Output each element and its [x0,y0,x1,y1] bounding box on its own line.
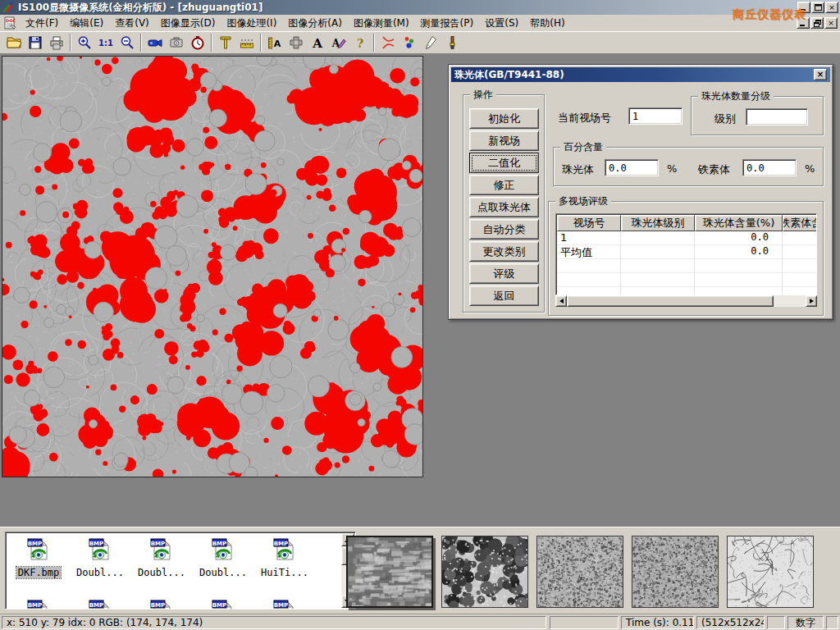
micrograph-image[interactable] [2,57,422,477]
thumbnail-1[interactable] [346,536,433,608]
menu-item-6[interactable]: 图像分析(A) [282,15,348,32]
mdi-minimize-button[interactable] [797,17,810,29]
table-header-3[interactable]: 珠光体含量(%) [695,215,783,231]
help-icon: ? [352,34,368,51]
thumbnail-5[interactable] [727,536,814,608]
video-camera-button[interactable] [144,33,166,52]
table-cell [783,245,817,259]
mdi-restore-button[interactable] [810,17,824,29]
bmp-file-icon: BMP [148,555,175,567]
merge-button[interactable] [285,33,307,52]
help-button[interactable]: ? [349,33,371,52]
op-button-9[interactable]: 返回 [469,285,539,306]
op-button-2[interactable]: 新视场 [469,130,539,151]
pearlite-input[interactable] [605,159,659,176]
table-row-5[interactable] [557,287,817,295]
thumbnail-2[interactable] [441,536,528,608]
svg-text:BMP: BMP [274,602,288,609]
thumbnail-4[interactable] [632,536,719,608]
toolbar-separator [260,34,262,52]
dialog-close-button[interactable]: × [814,69,827,80]
op-button-7[interactable]: 更改类别 [469,241,539,262]
table-cell [621,231,695,245]
op-button-5[interactable]: 点取珠光体 [469,197,539,217]
menu-item-3[interactable]: 查看(V) [109,15,155,32]
menu-item-2[interactable]: 编辑(E) [64,15,109,32]
text-button[interactable]: A [307,33,328,52]
op-button-4[interactable]: 修正 [469,175,539,195]
file-item-4[interactable]: BMP Doubl... [194,536,253,578]
brush-button[interactable] [441,33,463,52]
table-header-4[interactable]: 铁素体含量(%) [783,215,817,231]
pen-button[interactable] [420,33,441,52]
maximize-button[interactable] [811,2,824,13]
bmp-file-icon: BMP [25,555,52,567]
table-cell [783,259,817,273]
menu-item-4[interactable]: 图像显示(D) [155,15,221,32]
ruler-button[interactable] [236,33,258,52]
rating-table[interactable]: 视场号珠光体级别珠光体含量(%)铁素体含量(%)10.0平均值0.0 [555,213,817,295]
op-button-6[interactable]: 自动分类 [469,219,539,240]
status-time: Time (s): 0.113 [621,616,694,629]
menu-item-1[interactable]: 文件(F) [20,15,64,32]
timer-button[interactable] [187,33,208,52]
file-item-1[interactable]: BMP DKF.bmp [9,536,68,578]
table-row-4[interactable] [557,273,817,287]
thumbnail-3[interactable] [536,536,623,608]
status-empty-3 [826,616,838,629]
menu-item-5[interactable]: 图像处理(I) [221,15,282,32]
table-header-2[interactable]: 珠光体级别 [621,215,695,231]
op-button-8[interactable]: 评级 [469,263,539,284]
measure-text-button[interactable]: A [264,33,285,52]
file-item-row2-3[interactable]: BMP [132,598,191,609]
table-row-1[interactable]: 10.0 [557,231,817,245]
file-item-row2-5[interactable]: BMP [255,598,314,609]
open-button[interactable] [3,33,25,52]
current-field-input[interactable] [628,107,682,125]
dialog-title-bar[interactable]: 珠光体(GB/T9441-88) × [451,67,830,82]
table-row-2[interactable]: 平均值0.0 [557,245,817,259]
particles-button[interactable] [399,33,420,52]
micrograph-view[interactable] [2,56,423,477]
menu-item-8[interactable]: 测量报告(P) [415,15,480,32]
svg-text:BMP: BMP [151,541,165,547]
table-hscrollbar[interactable] [555,295,817,307]
minimize-button[interactable] [797,2,810,13]
caliper-button[interactable] [215,33,236,52]
mdi-close-button[interactable]: × [824,17,838,29]
file-item-5[interactable]: BMP HuiTi... [255,536,314,578]
camera-button[interactable] [166,33,187,52]
menu-item-9[interactable]: 设置(S) [479,15,524,32]
op-button-1[interactable]: 初始化 [469,108,539,129]
op-button-3[interactable]: 二值化 [469,153,539,173]
menu-item-10[interactable]: 帮助(H) [524,15,570,32]
zoom-out-button[interactable] [116,33,138,52]
ferrite-input[interactable] [742,159,797,176]
print-button[interactable] [46,33,67,52]
file-item-2[interactable]: BMP Doubl... [71,536,130,578]
app-icon [2,2,15,13]
curve-tool-button[interactable] [377,33,399,52]
file-name: Doubl... [136,567,187,578]
actual-size-button[interactable]: 1:1 [95,33,116,52]
file-item-row2-2[interactable]: BMP [71,598,130,609]
close-button[interactable]: × [825,2,838,13]
camera-icon [168,34,185,51]
file-item-row2-1[interactable]: BMP [9,598,68,609]
hscroll-thumb[interactable] [567,295,774,307]
menu-item-7[interactable]: 图像测量(M) [348,15,415,32]
annotate-button[interactable]: A [328,33,349,52]
grade-label: 级别 [714,112,736,126]
file-browser[interactable]: BMP DKF.bmp BMP BMP Doubl... BMP BMP Dou… [5,532,356,609]
scroll-right-button[interactable] [806,295,817,307]
file-item-row2-4[interactable]: BMP [194,598,253,609]
table-header-1[interactable]: 视场号 [557,215,621,231]
grade-input[interactable] [746,108,808,126]
svg-text:BMP: BMP [89,602,103,609]
scroll-left-button[interactable] [555,295,567,307]
table-row-3[interactable] [557,259,817,273]
zoom-in-button[interactable] [74,33,95,52]
file-item-3[interactable]: BMP Doubl... [132,536,191,578]
save-button[interactable] [25,33,46,52]
annotate-icon: A [331,34,347,51]
